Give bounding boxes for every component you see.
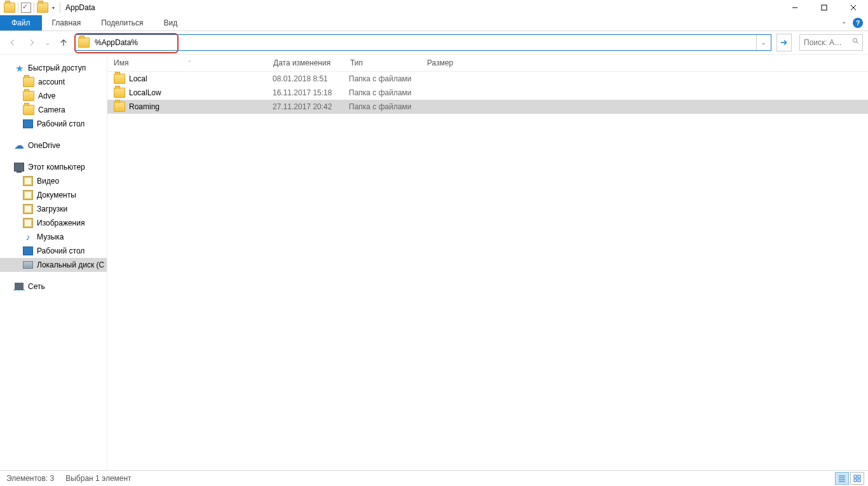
address-bar[interactable]: ⌄ <box>75 34 771 51</box>
sidebar-item-label: Рабочий стол <box>37 246 85 255</box>
title-bar: ▾ AppData <box>0 0 868 15</box>
nav-up-button[interactable] <box>56 35 71 50</box>
sort-indicator-icon: ⌃ <box>187 60 192 65</box>
sidebar-quick-access[interactable]: ★ Быстрый доступ <box>0 61 107 75</box>
sidebar-item-label: Сеть <box>28 282 45 291</box>
ribbon-collapse-icon[interactable]: ⌄ <box>841 18 846 25</box>
tab-share[interactable]: Поделиться <box>91 15 153 30</box>
videos-icon <box>23 176 33 186</box>
nav-back-button[interactable] <box>5 35 20 50</box>
qat-folder-icon[interactable] <box>37 3 48 13</box>
help-button[interactable]: ? <box>853 18 863 28</box>
sidebar-item-label: Загрузки <box>37 205 67 213</box>
column-name[interactable]: Имя⌃ <box>114 55 273 71</box>
pc-icon <box>14 163 24 172</box>
file-type: Папка с файлами <box>349 102 425 111</box>
desktop-icon <box>23 246 33 255</box>
close-button[interactable] <box>839 0 868 15</box>
file-date: 27.11.2017 20:42 <box>273 102 349 111</box>
search-box[interactable] <box>799 34 863 51</box>
column-date[interactable]: Дата изменения <box>273 55 350 71</box>
table-row[interactable]: Roaming27.11.2017 20:42Папка с файлами <box>107 100 868 114</box>
view-details-button[interactable] <box>835 472 849 485</box>
folder-icon <box>23 105 34 115</box>
sidebar-item-camera[interactable]: Camera <box>0 103 107 117</box>
documents-icon <box>23 190 33 200</box>
go-button[interactable] <box>776 34 792 51</box>
tab-home[interactable]: Главная <box>42 15 92 30</box>
address-folder-icon <box>78 37 90 48</box>
status-bar: Элементов: 3 Выбран 1 элемент <box>0 470 868 486</box>
table-row[interactable]: Local08.01.2018 8:51Папка с файлами <box>107 72 868 86</box>
folder-icon <box>23 77 34 87</box>
music-icon: ♪ <box>23 232 33 242</box>
ribbon-tabs: Файл Главная Поделиться Вид ⌄ ? <box>0 15 868 31</box>
svg-point-4 <box>853 39 857 43</box>
qat-dropdown-icon[interactable]: ▾ <box>50 5 57 11</box>
svg-rect-13 <box>858 479 860 482</box>
address-dropdown-icon[interactable]: ⌄ <box>756 35 771 50</box>
sidebar-item-label: account <box>38 78 65 86</box>
navigation-bar: ⌄ ⌄ <box>0 31 868 55</box>
sidebar-item-label: Локальный диск (C <box>37 260 104 269</box>
nav-recent-dropdown[interactable]: ⌄ <box>43 35 52 50</box>
sidebar-onedrive[interactable]: ☁OneDrive <box>0 138 107 152</box>
folder-icon <box>23 91 34 101</box>
sidebar-item-label: OneDrive <box>28 141 60 150</box>
file-name: Local <box>129 74 147 83</box>
cloud-icon: ☁ <box>14 140 24 151</box>
svg-rect-1 <box>822 5 827 10</box>
sidebar-item-label: Документы <box>37 191 76 199</box>
tab-file[interactable]: Файл <box>0 15 42 30</box>
sidebar-item-label: Camera <box>38 105 65 114</box>
view-large-icons-button[interactable] <box>850 472 864 485</box>
column-headers: Имя⌃ Дата изменения Тип Размер <box>107 55 868 72</box>
sidebar-network[interactable]: Сеть <box>0 280 107 294</box>
search-input[interactable] <box>803 37 843 48</box>
svg-rect-10 <box>854 475 857 478</box>
minimize-button[interactable] <box>780 0 810 15</box>
sidebar-item-downloads[interactable]: Загрузки <box>0 202 107 216</box>
disk-icon <box>23 261 33 269</box>
sidebar-item-label: Видео <box>37 177 59 186</box>
tab-view[interactable]: Вид <box>153 15 187 30</box>
folder-icon <box>114 88 125 98</box>
sidebar-item-music[interactable]: ♪Музыка <box>0 230 107 244</box>
sidebar-item-label: Этот компьютер <box>28 163 85 172</box>
sidebar-item-desktop-quick[interactable]: Рабочий стол <box>0 117 107 131</box>
nav-forward-button[interactable] <box>24 35 39 50</box>
svg-line-5 <box>857 42 858 44</box>
qat-properties-icon[interactable] <box>21 3 31 13</box>
sidebar-item-label: Музыка <box>37 233 64 241</box>
sidebar-item-desktop[interactable]: Рабочий стол <box>0 244 107 258</box>
file-date: 16.11.2017 15:18 <box>273 88 349 97</box>
sidebar-item-account[interactable]: account <box>0 75 107 89</box>
column-size[interactable]: Размер <box>427 55 478 71</box>
pictures-icon <box>23 218 33 228</box>
search-icon <box>852 37 860 47</box>
window-title: AppData <box>65 3 95 12</box>
file-type: Папка с файлами <box>349 88 425 97</box>
status-item-count: Элементов: 3 <box>6 474 54 483</box>
sidebar-item-local-disk[interactable]: Локальный диск (C <box>0 258 107 272</box>
sidebar-item-adve[interactable]: Adve <box>0 89 107 103</box>
desktop-icon <box>23 119 33 128</box>
sidebar-item-documents[interactable]: Документы <box>0 188 107 202</box>
app-folder-icon <box>4 3 15 13</box>
file-rows: Local08.01.2018 8:51Папка с файламиLocal… <box>107 72 868 470</box>
file-date: 08.01.2018 8:51 <box>273 74 349 83</box>
maximize-button[interactable] <box>810 0 839 15</box>
folder-icon <box>114 74 125 84</box>
sidebar-item-videos[interactable]: Видео <box>0 174 107 188</box>
file-list-pane: Имя⌃ Дата изменения Тип Размер Local08.0… <box>107 55 868 470</box>
column-type[interactable]: Тип <box>350 55 427 71</box>
folder-icon <box>114 102 125 112</box>
navigation-pane: ★ Быстрый доступ account Adve Camera Раб… <box>0 55 107 470</box>
svg-rect-11 <box>858 475 860 478</box>
address-input[interactable] <box>93 37 756 48</box>
sidebar-item-pictures[interactable]: Изображения <box>0 216 107 230</box>
sidebar-item-label: Adve <box>38 91 55 100</box>
downloads-icon <box>23 204 33 214</box>
sidebar-this-pc[interactable]: Этот компьютер <box>0 160 107 174</box>
table-row[interactable]: LocalLow16.11.2017 15:18Папка с файлами <box>107 86 868 100</box>
